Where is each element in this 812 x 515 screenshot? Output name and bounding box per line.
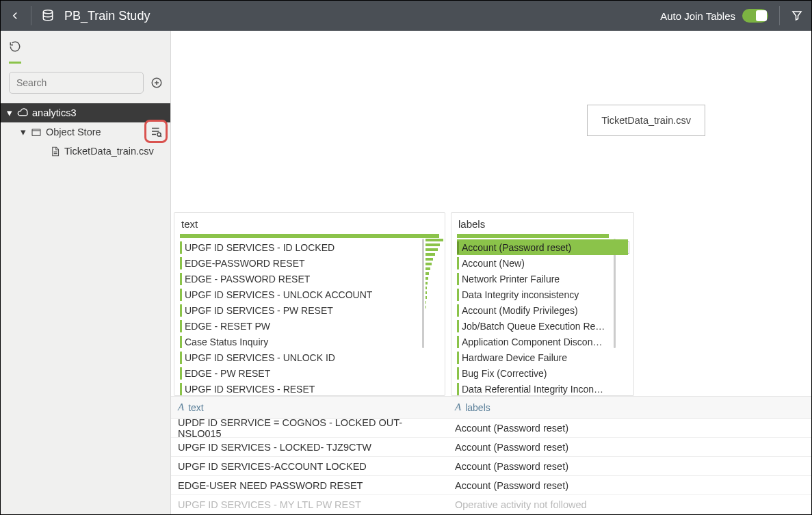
value-item[interactable]: UPGF ID SERVICES - ID LOCKED — [180, 239, 439, 255]
value-item[interactable]: UPGF ID SERVICES - RESET — [180, 381, 439, 395]
value-item[interactable]: Hardware Device Failure — [457, 349, 628, 365]
dataset-card[interactable]: TicketData_train.csv — [587, 105, 705, 136]
value-item[interactable]: Case Status Inquiry — [180, 334, 439, 349]
divider — [779, 6, 780, 25]
database-icon — [41, 9, 55, 23]
file-icon — [50, 146, 60, 157]
table-row[interactable]: EDGE-USER NEED PASSWORD RESETAccount (Pa… — [171, 476, 811, 495]
refresh-tab-icon[interactable] — [9, 40, 21, 64]
value-item[interactable]: Data Integrity inconsistency — [457, 287, 628, 302]
svg-point-3 — [157, 133, 161, 136]
add-icon[interactable] — [150, 76, 163, 90]
value-item[interactable]: Account (Password reset) — [457, 239, 628, 255]
value-item[interactable]: UPGF ID SERVICES - UNLOCK ACCOUNT — [180, 287, 439, 302]
value-item[interactable]: Account (New) — [457, 255, 628, 271]
value-item[interactable]: Bug Fix (Corrective) — [457, 365, 628, 381]
panel-header: labels — [451, 213, 633, 234]
source-tree: ▾ analytics3 ▾ Object Store — [1, 103, 170, 161]
tree-leaf[interactable]: TicketData_train.csv — [1, 142, 170, 161]
value-list[interactable]: UPGF ID SERVICES - ID LOCKEDEDGE-PASSWOR… — [174, 238, 445, 395]
cloud-icon — [17, 107, 28, 118]
dataset-card-label: TicketData_train.csv — [601, 115, 691, 126]
auto-join-label: Auto Join Tables — [660, 10, 735, 22]
column-header-text[interactable]: Atext — [171, 401, 448, 413]
value-item[interactable]: Job/Batch Queue Execution Re… — [457, 318, 628, 334]
table-row[interactable]: UPDF ID SERRVICE = COGNOS - LOCKED OUT- … — [171, 419, 811, 438]
chevron-down-icon: ▾ — [6, 107, 13, 118]
app-header: PB_Train Study Auto Join Tables — [1, 1, 811, 31]
value-item[interactable]: Network Printer Failure — [457, 271, 628, 287]
tree-root-label: analytics3 — [32, 107, 165, 118]
divider — [31, 6, 31, 25]
value-item[interactable]: Account (Modify Privileges) — [457, 302, 628, 318]
column-panel-labels: labels Account (Password reset)Account (… — [451, 212, 634, 396]
back-icon[interactable] — [9, 10, 21, 22]
search-input[interactable] — [9, 72, 144, 94]
svg-point-0 — [43, 10, 52, 14]
value-item[interactable]: EDGE - PW RESET — [180, 365, 439, 381]
page-title: PB_Train Study — [64, 9, 150, 23]
panel-header: text — [174, 213, 445, 234]
value-item[interactable]: Data Referential Integrity Incon… — [457, 381, 628, 395]
value-item[interactable]: Application Component Discon… — [457, 334, 628, 349]
table-row[interactable]: UPGF ID SERVICES - MY LTL PW RESTOperati… — [171, 495, 811, 514]
join-canvas[interactable]: TicketData_train.csv — [171, 31, 811, 209]
chevron-down-icon: ▾ — [20, 127, 27, 137]
value-item[interactable]: EDGE-PASSWORD RESET — [180, 255, 439, 271]
open-data-dictionary-button[interactable] — [144, 120, 168, 143]
tree-child[interactable]: ▾ Object Store — [1, 122, 170, 142]
table-row[interactable]: UPGF ID SERVICES - LOCKED- TJZ9CTWAccoun… — [171, 438, 811, 457]
svg-rect-2 — [32, 129, 40, 135]
filter-icon[interactable] — [791, 10, 803, 22]
toggle-switch[interactable] — [742, 9, 768, 23]
sidebar: ▾ analytics3 ▾ Object Store — [1, 31, 171, 514]
tree-root[interactable]: ▾ analytics3 — [1, 103, 170, 122]
tree-leaf-label: TicketData_train.csv — [64, 146, 165, 157]
value-list[interactable]: Account (Password reset)Account (New)Net… — [451, 238, 633, 395]
column-header-labels[interactable]: Alabels — [448, 401, 497, 413]
main-area: TicketData_train.csv text UPGF ID SERVIC… — [171, 31, 811, 514]
folder-icon — [31, 127, 42, 137]
auto-join-toggle[interactable]: Auto Join Tables — [660, 9, 768, 23]
value-item[interactable]: UPGF ID SERVICES - UNLOCK ID — [180, 349, 439, 365]
data-table: Atext Alabels UPDF ID SERRVICE = COGNOS … — [171, 396, 811, 514]
value-item[interactable]: UPGF ID SERVICES - PW RESET — [180, 302, 439, 318]
value-item[interactable]: EDGE - RESET PW — [180, 318, 439, 334]
value-item[interactable]: EDGE - PASSWORD RESET — [180, 271, 439, 287]
table-row[interactable]: UPGF ID SERVICES-ACCOUNT LOCKEDAccount (… — [171, 457, 811, 476]
column-panel-text: text UPGF ID SERVICES - ID LOCKEDEDGE-PA… — [174, 212, 445, 396]
